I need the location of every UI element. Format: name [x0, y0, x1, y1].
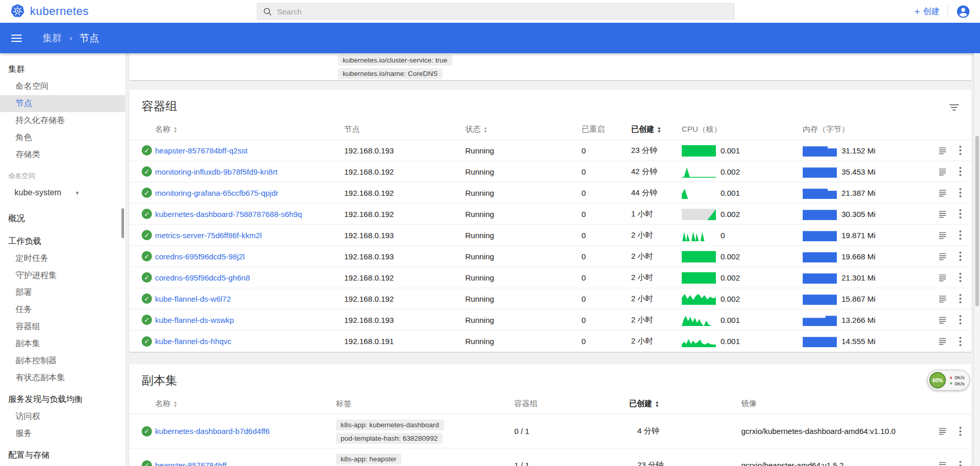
search-input[interactable]: [277, 7, 729, 16]
pod-name-link[interactable]: coredns-695f96dcd5-gh6n8: [155, 273, 250, 282]
cpu-sparkline-chart: [682, 166, 716, 178]
pod-status: Running: [465, 167, 581, 176]
labels-chip-list: kubernetes.io/cluster-service: truekuber…: [338, 55, 452, 79]
pods-table-body: heapster-8576784bff-q2sst 192.168.0.193 …: [129, 140, 972, 352]
sidebar-item-namespaces[interactable]: 命名空间: [0, 78, 125, 95]
rs-col-labels[interactable]: 标签: [336, 399, 514, 409]
sidebar-item-stateful-sets[interactable]: 有状态副本集: [0, 369, 125, 386]
sidebar-item-jobs[interactable]: 任务: [0, 301, 125, 318]
namespace-select[interactable]: kube-system ▾: [0, 184, 125, 201]
logs-icon[interactable]: [938, 461, 947, 466]
sidebar-item-persistent-volumes[interactable]: 持久化存储卷: [0, 112, 125, 129]
kubernetes-brand[interactable]: kubernetes: [10, 4, 89, 20]
sidebar-scrollbar-thumb[interactable]: [121, 208, 124, 238]
replica-set-pods-count: 0 / 1: [514, 427, 629, 436]
search-box[interactable]: [257, 3, 734, 20]
net-speed-overlay-widget[interactable]: 60% ▲0K/s ▼0K/s: [927, 370, 970, 391]
logs-icon[interactable]: [938, 273, 947, 282]
kebab-menu-icon[interactable]: [957, 145, 963, 156]
kebab-menu-icon[interactable]: [957, 426, 963, 437]
pod-name-link[interactable]: kubernetes-dashboard-7588787688-s6h9q: [155, 210, 302, 219]
kebab-menu-icon[interactable]: [957, 460, 963, 466]
sidebar-item-storage-classes[interactable]: 存储类: [0, 146, 125, 163]
sidebar-item-overview[interactable]: 概况: [0, 210, 125, 227]
kebab-menu-icon[interactable]: [957, 293, 963, 304]
status-ok-icon: [142, 460, 152, 466]
replica-set-name-link[interactable]: kubernetes-dashboard-b7d6d4ff6: [155, 427, 270, 436]
pod-name-link[interactable]: metrics-server-75d6ff86f-kkm2l: [155, 231, 262, 240]
logs-icon[interactable]: [938, 167, 947, 176]
brand-wordmark: kubernetes: [30, 5, 89, 18]
sidebar-group-config-storage[interactable]: 配置与存储: [0, 446, 125, 464]
sidebar-group-discovery[interactable]: 服务发现与负载均衡: [0, 391, 125, 408]
status-ok-icon: [142, 272, 152, 283]
memory-sparkline-chart: [803, 166, 837, 178]
kebab-menu-icon[interactable]: [957, 187, 963, 198]
rs-col-created[interactable]: 已创建: [629, 399, 741, 409]
pod-name-link[interactable]: kube-flannel-ds-hhqvc: [155, 337, 232, 346]
download-rate: 0K/s: [955, 381, 964, 386]
status-ok-icon: [142, 426, 152, 437]
rs-col-images[interactable]: 镜像: [741, 399, 936, 409]
pod-status: Running: [465, 231, 581, 240]
pods-card-header: 容器组: [129, 90, 972, 119]
plus-icon: +: [914, 7, 920, 17]
breadcrumb-cluster-link[interactable]: 集群: [42, 32, 62, 45]
sidebar-group-cluster[interactable]: 集群: [0, 60, 125, 78]
pods-col-created[interactable]: 已创建: [623, 125, 680, 134]
hamburger-menu-icon[interactable]: [11, 35, 22, 42]
logs-icon[interactable]: [938, 231, 947, 240]
sidebar-item-daemon-sets[interactable]: 守护进程集: [0, 267, 125, 284]
pods-col-restarts[interactable]: 已重启: [581, 125, 623, 134]
kebab-menu-icon[interactable]: [957, 251, 963, 262]
account-circle-icon[interactable]: [956, 4, 971, 19]
sidebar-item-services[interactable]: 服务: [0, 425, 125, 442]
sidebar-item-pods[interactable]: 容器组: [0, 318, 125, 335]
pods-col-node[interactable]: 节点: [344, 125, 465, 134]
sidebar-item-ingresses[interactable]: 访问权: [0, 408, 125, 425]
kebab-menu-icon[interactable]: [957, 229, 963, 241]
pods-col-memory[interactable]: 内存（字节）: [799, 125, 928, 134]
sidebar-item-replica-sets[interactable]: 副本集: [0, 335, 125, 352]
create-button[interactable]: + 创建: [914, 6, 940, 17]
kebab-menu-icon[interactable]: [957, 314, 963, 325]
replica-set-created: 4 分钟: [629, 426, 741, 436]
logs-icon[interactable]: [938, 146, 947, 155]
rs-col-name[interactable]: 名称: [155, 399, 336, 409]
sidebar-item-nodes[interactable]: 节点: [0, 95, 125, 112]
logs-icon[interactable]: [938, 294, 947, 303]
status-ok-icon: [142, 251, 152, 261]
cpu-value: 0: [721, 231, 725, 240]
sidebar-item-roles[interactable]: 角色: [0, 129, 125, 146]
kebab-menu-icon[interactable]: [957, 166, 963, 177]
memory-value: 21.301 Mi: [841, 273, 876, 282]
logs-icon[interactable]: [938, 337, 947, 346]
pod-name-link[interactable]: kube-flannel-ds-wswkp: [155, 316, 234, 324]
logs-icon[interactable]: [938, 189, 947, 197]
kebab-menu-icon[interactable]: [957, 272, 963, 283]
pods-col-cpu[interactable]: CPU（核）: [680, 125, 799, 134]
sidebar-group-workloads[interactable]: 工作负载: [0, 232, 125, 250]
memory-value: 31.152 Mi: [841, 146, 876, 155]
rs-col-pods[interactable]: 容器组: [514, 399, 629, 409]
pod-name-link[interactable]: coredns-695f96dcd5-98j2l: [155, 252, 244, 261]
logs-icon[interactable]: [938, 316, 947, 324]
page-scrollbar-thumb[interactable]: [975, 136, 979, 306]
page-scrollbar-track[interactable]: [974, 53, 980, 466]
pods-col-name[interactable]: 名称: [155, 125, 344, 134]
pod-name-link[interactable]: kube-flannel-ds-w6l72: [155, 294, 231, 303]
sidebar-item-cron-jobs[interactable]: 定时任务: [0, 250, 125, 267]
kebab-menu-icon[interactable]: [957, 336, 963, 347]
logs-icon[interactable]: [938, 210, 947, 219]
pod-name-link[interactable]: heapster-8576784bff-q2sst: [155, 146, 248, 155]
pods-col-status[interactable]: 状态: [465, 125, 581, 134]
logs-icon[interactable]: [938, 427, 947, 436]
kebab-menu-icon[interactable]: [957, 208, 963, 220]
sidebar-item-replication-controllers[interactable]: 副本控制器: [0, 352, 125, 369]
pod-name-link[interactable]: monitoring-influxdb-9b78f5fd9-kn8rt: [155, 167, 278, 176]
pod-name-link[interactable]: monitoring-grafana-65ccfb675-qpjdr: [155, 189, 278, 197]
sidebar-item-deployments[interactable]: 部署: [0, 284, 125, 301]
logs-icon[interactable]: [938, 252, 947, 261]
filter-list-icon[interactable]: [949, 102, 959, 111]
replica-set-name-link[interactable]: heapster-8576784bff: [155, 461, 226, 466]
